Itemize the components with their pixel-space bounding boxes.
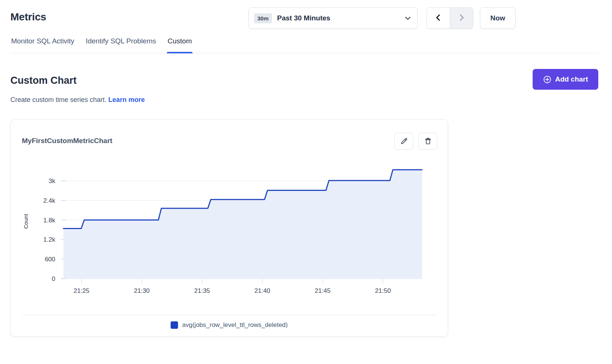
svg-text:21:45: 21:45 <box>315 287 331 294</box>
previous-window-button[interactable] <box>427 8 450 29</box>
svg-text:1.8k: 1.8k <box>43 217 56 224</box>
legend-swatch <box>171 321 178 329</box>
metrics-tabs: Monitor SQL Activity Identify SQL Proble… <box>10 37 598 53</box>
chart-legend: avg(jobs_row_level_ttl_rows_deleted) <box>11 321 448 329</box>
svg-text:600: 600 <box>45 256 55 263</box>
section-description-text: Create custom time series chart. <box>10 96 106 103</box>
chevron-right-icon <box>458 14 465 23</box>
svg-text:2.4k: 2.4k <box>43 197 56 204</box>
svg-text:21:25: 21:25 <box>73 287 89 294</box>
card-divider <box>22 315 437 315</box>
tab-custom[interactable]: Custom <box>167 37 193 53</box>
tab-identify-sql-problems[interactable]: Identify SQL Problems <box>85 37 157 53</box>
svg-text:21:30: 21:30 <box>134 287 150 294</box>
chevron-left-icon <box>435 14 442 23</box>
svg-text:21:35: 21:35 <box>194 287 210 294</box>
add-chart-label: Add chart <box>555 75 588 83</box>
custom-chart-card: MyFirstCustomMetricChart 06001.2k1.8k2.4… <box>10 119 448 337</box>
plus-circle-icon <box>543 75 552 84</box>
metrics-page: Metrics 30m Past 30 Minutes Now Monitor … <box>0 0 612 364</box>
tab-monitor-sql-activity[interactable]: Monitor SQL Activity <box>10 37 75 53</box>
svg-text:21:50: 21:50 <box>375 287 391 294</box>
chevron-down-icon <box>405 17 411 20</box>
legend-label: avg(jobs_row_level_ttl_rows_deleted) <box>182 321 287 329</box>
svg-text:0: 0 <box>52 275 55 282</box>
time-window-pager <box>427 7 473 29</box>
time-range-label: Past 30 Minutes <box>277 14 330 22</box>
section-description: Create custom time series chart. Learn m… <box>10 96 145 104</box>
custom-chart-plot: 06001.2k1.8k2.4k3k21:2521:3021:3521:4021… <box>11 120 448 337</box>
section-title: Custom Chart <box>10 75 77 86</box>
add-chart-button[interactable]: Add chart <box>533 69 598 90</box>
svg-text:1.2k: 1.2k <box>43 236 56 243</box>
time-range-dropdown[interactable]: 30m Past 30 Minutes <box>249 7 418 29</box>
svg-text:21:40: 21:40 <box>254 287 270 294</box>
time-range-badge: 30m <box>254 13 272 23</box>
now-button[interactable]: Now <box>480 7 516 29</box>
next-window-button-disabled[interactable] <box>450 8 473 29</box>
svg-text:3k: 3k <box>49 178 55 185</box>
learn-more-link[interactable]: Learn more <box>108 96 145 103</box>
page-title: Metrics <box>10 11 46 23</box>
svg-text:Count: Count <box>23 214 29 229</box>
